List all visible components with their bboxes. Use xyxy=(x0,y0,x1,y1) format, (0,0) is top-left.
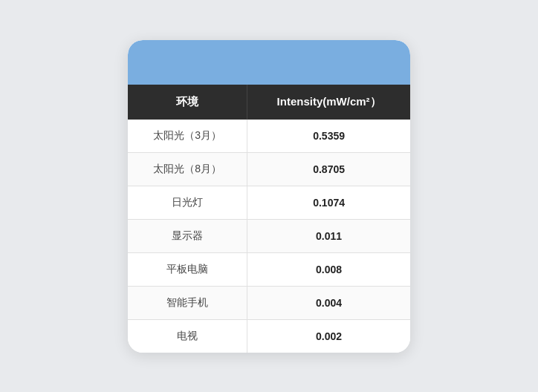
cell-intensity: 0.002 xyxy=(247,319,410,353)
cell-intensity: 0.8705 xyxy=(247,152,410,186)
cell-environment: 平板电脑 xyxy=(128,252,247,286)
cell-intensity: 0.008 xyxy=(247,252,410,286)
table-row: 电视0.002 xyxy=(128,319,410,353)
cell-intensity: 0.5359 xyxy=(247,120,410,153)
cell-environment: 日光灯 xyxy=(128,186,247,219)
intensity-table: 环境 Intensity(mW/cm²） 太阳光（3月）0.5359太阳光（8月… xyxy=(128,85,410,353)
cell-environment: 智能手机 xyxy=(128,286,247,319)
cell-environment: 太阳光（3月） xyxy=(128,120,247,153)
table-wrapper: 环境 Intensity(mW/cm²） 太阳光（3月）0.5359太阳光（8月… xyxy=(128,85,410,353)
col-environment: 环境 xyxy=(128,85,247,120)
data-card: 环境 Intensity(mW/cm²） 太阳光（3月）0.5359太阳光（8月… xyxy=(128,40,410,353)
table-row: 显示器0.011 xyxy=(128,219,410,252)
cell-environment: 电视 xyxy=(128,319,247,353)
table-row: 太阳光（8月）0.8705 xyxy=(128,152,410,186)
col-intensity: Intensity(mW/cm²） xyxy=(247,85,410,120)
table-row: 日光灯0.1074 xyxy=(128,186,410,219)
table-row: 太阳光（3月）0.5359 xyxy=(128,120,410,153)
table-header-row: 环境 Intensity(mW/cm²） xyxy=(128,85,410,120)
card-header xyxy=(128,40,410,85)
cell-intensity: 0.004 xyxy=(247,286,410,319)
table-row: 平板电脑0.008 xyxy=(128,252,410,286)
table-row: 智能手机0.004 xyxy=(128,286,410,319)
cell-environment: 太阳光（8月） xyxy=(128,152,247,186)
cell-intensity: 0.011 xyxy=(247,219,410,252)
cell-environment: 显示器 xyxy=(128,219,247,252)
cell-intensity: 0.1074 xyxy=(247,186,410,219)
